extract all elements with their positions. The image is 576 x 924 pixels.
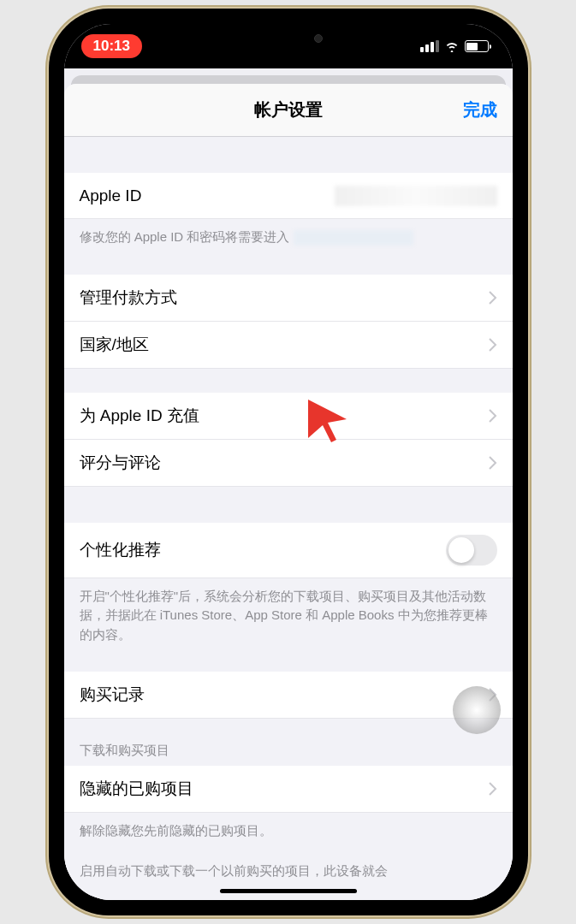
country-label: 国家/地区 bbox=[80, 334, 149, 356]
hidden-footer: 解除隐藏您先前隐藏的已购项目。 bbox=[64, 813, 513, 844]
apple-id-value bbox=[335, 186, 497, 206]
nav-header: 帐户设置 完成 bbox=[64, 84, 513, 137]
auto-download-footer: 启用自动下载或下载一个以前购买的项目，此设备就会 bbox=[64, 844, 513, 885]
home-indicator[interactable] bbox=[220, 889, 357, 893]
chevron-right-icon bbox=[489, 782, 497, 796]
ratings-label: 评分与评论 bbox=[80, 452, 161, 474]
personalized-footer: 开启"个性化推荐"后，系统会分析您的下载项目、购买项目及其他活动数据，并据此在 … bbox=[64, 578, 513, 649]
personalized-switch[interactable] bbox=[446, 535, 497, 566]
country-region-row[interactable]: 国家/地区 bbox=[64, 322, 513, 369]
apple-id-row[interactable]: Apple ID bbox=[64, 173, 513, 219]
hidden-purchases-label: 隐藏的已购项目 bbox=[80, 778, 193, 800]
phone-frame: 10:13 帐户设置 完成 bbox=[49, 9, 528, 915]
purchase-history-row[interactable]: 购买记录 bbox=[64, 672, 513, 719]
apple-id-link-blur bbox=[294, 230, 413, 246]
time-badge: 10:13 bbox=[81, 34, 142, 58]
apple-id-footer: 修改您的 Apple ID 和密码将需要进入 bbox=[64, 219, 513, 251]
add-funds-label: 为 Apple ID 充值 bbox=[80, 405, 199, 427]
personalized-label: 个性化推荐 bbox=[80, 539, 161, 561]
apple-id-label: Apple ID bbox=[80, 187, 142, 205]
chevron-right-icon bbox=[489, 456, 497, 470]
phone-screen: 10:13 帐户设置 完成 bbox=[64, 24, 513, 900]
chevron-right-icon bbox=[489, 409, 497, 423]
status-icons bbox=[420, 40, 489, 52]
wifi-icon bbox=[444, 40, 460, 52]
sheet-container: 帐户设置 完成 Apple ID 修改您的 Apple ID 和密码将需要进入 … bbox=[64, 68, 513, 900]
account-settings-sheet[interactable]: 帐户设置 完成 Apple ID 修改您的 Apple ID 和密码将需要进入 … bbox=[64, 84, 513, 900]
personalized-recommendations-row: 个性化推荐 bbox=[64, 523, 513, 578]
battery-icon bbox=[465, 40, 489, 52]
payment-methods-row[interactable]: 管理付款方式 bbox=[64, 275, 513, 322]
assistive-touch-button[interactable] bbox=[453, 686, 501, 734]
notch bbox=[203, 24, 374, 51]
hidden-purchases-row[interactable]: 隐藏的已购项目 bbox=[64, 766, 513, 813]
page-title: 帐户设置 bbox=[254, 98, 323, 121]
done-button[interactable]: 完成 bbox=[463, 98, 497, 121]
chevron-right-icon bbox=[489, 291, 497, 305]
chevron-right-icon bbox=[489, 338, 497, 352]
ratings-reviews-row[interactable]: 评分与评论 bbox=[64, 440, 513, 487]
downloads-section-header: 下载和购买项目 bbox=[64, 719, 513, 766]
add-funds-row[interactable]: 为 Apple ID 充值 bbox=[64, 393, 513, 440]
signal-icon bbox=[420, 40, 439, 52]
payment-label: 管理付款方式 bbox=[80, 287, 177, 309]
purchase-history-label: 购买记录 bbox=[80, 684, 145, 706]
